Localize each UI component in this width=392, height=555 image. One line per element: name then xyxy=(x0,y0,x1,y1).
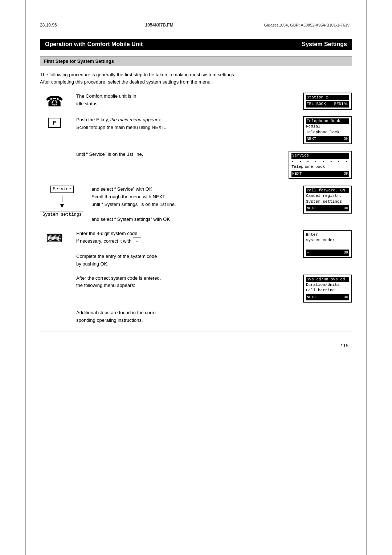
step-fkey: F Push the F-key, the main menu appears:… xyxy=(40,116,352,145)
service-select-labels: Service | ▼ System settings xyxy=(40,186,84,218)
screen-fkey-highlight: Telephone Book xyxy=(306,118,349,124)
step-additional-desc: Additional steps are found in the corre-… xyxy=(76,309,292,324)
step-service-scroll-icon xyxy=(40,151,69,152)
screen-service-dashes: - - - - - - - - xyxy=(291,159,349,164)
header-date: 28.10.96 xyxy=(40,23,57,28)
service-select-desc2: Scroll through the menu with NEXT ... xyxy=(91,194,170,199)
screen-fkey: Telephone Book Redial Telephone lock NEX… xyxy=(303,116,352,145)
additional-desc2: sponding operating instructions. xyxy=(76,317,143,323)
phone-idle-icon: ☎ xyxy=(40,93,69,109)
step-idle-desc: The Comfort mobile unit is in idle statu… xyxy=(76,93,292,108)
screen-correct-code: Sys cd/Mn sys cd Duration/Units Call bar… xyxy=(303,275,352,303)
screen-idle-highlight: Station 2 xyxy=(306,95,349,100)
system-settings-label-box: System settings xyxy=(40,211,84,218)
intro-text: The following procedure is generally the… xyxy=(40,71,352,85)
screen-system-code-line1: Enter xyxy=(306,232,349,238)
header-product-info: Gigaset 1054, GBR: A30852-X954-B101-1-76… xyxy=(262,22,352,28)
screen-correct-code-line1: Duration/Units xyxy=(306,282,349,288)
title-bar: Operation with Comfort Mobile Unit Syste… xyxy=(40,39,352,50)
title-left: Operation with Comfort Mobile Unit xyxy=(45,41,143,48)
screen-service-scroll: Service - - - - - - - - Telephone book N… xyxy=(289,151,352,179)
step-correct-code-screen: Sys cd/Mn sys cd Duration/Units Call bar… xyxy=(299,275,352,303)
system-code-desc2: if necessary, correct it with xyxy=(76,238,131,244)
step-idle-screen: Station 2 TEL.BOOK REDIAL xyxy=(299,93,352,110)
arrow-down-icon: | ▼ xyxy=(59,195,65,209)
screen-service-scroll-left: NEXT xyxy=(292,171,302,177)
backspace-key: ← xyxy=(133,238,141,246)
step-additional: Additional steps are found in the corre-… xyxy=(40,309,352,324)
screen-system-code-bottom: ← OK xyxy=(306,250,349,256)
service-label-box: Service xyxy=(50,186,74,193)
keypad-icon: ⌨ xyxy=(40,230,69,245)
header-filename: 1054K07B.FM xyxy=(145,23,173,28)
fkey-desc-line2: Scroll through the main menu using NEXT.… xyxy=(76,125,168,130)
screen-fkey-right: OK xyxy=(344,136,348,142)
screen-service-select-line1: Cancel registr. xyxy=(306,193,349,199)
system-code-desc3: . xyxy=(142,238,144,244)
screen-fkey-bottom: NEXT OK xyxy=(306,136,349,142)
screen-correct-code-bottom: NEXT OK xyxy=(306,294,349,300)
intro-line1: The following procedure is generally the… xyxy=(40,72,235,77)
screen-idle-left: TEL.BOOK xyxy=(307,101,326,107)
correct-code-icon xyxy=(40,275,69,276)
step-service-scroll-screen: Service - - - - - - - - Telephone book N… xyxy=(289,151,352,179)
step-idle: ☎ The Comfort mobile unit is in idle sta… xyxy=(40,93,352,110)
bottom-rule xyxy=(40,332,352,332)
additional-icon xyxy=(40,309,69,311)
section-header: First Steps for System Settings xyxy=(40,56,352,66)
step-service-select-screen: Call forward. ON Cancel registr. System … xyxy=(299,186,352,214)
screen-system-code-left: ← xyxy=(307,250,309,255)
screen-service-scroll-highlight: Service xyxy=(291,153,349,158)
idle-desc-line2: idle status. xyxy=(76,101,99,106)
screen-system-code-line2: system code: xyxy=(306,238,349,243)
idle-desc-line1: The Comfort mobile unit is in xyxy=(76,93,136,99)
step-correct-code: After the correct system code is entered… xyxy=(40,275,352,303)
screen-service-select-highlight: Call forward. ON xyxy=(306,188,349,193)
service-select-desc3: until “ System settings” is on the 1st l… xyxy=(91,202,176,207)
step-service-select: Service | ▼ System settings and select “… xyxy=(40,186,352,223)
correct-code-desc2: the following menu appears: xyxy=(76,283,135,288)
screen-service-select-bottom: NEXT OK xyxy=(306,205,349,211)
fkey-box: F xyxy=(48,118,61,128)
page-header: 28.10.96 1054K07B.FM Gigaset 1054, GBR: … xyxy=(40,22,352,33)
screen-idle: Station 2 TEL.BOOK REDIAL xyxy=(303,93,352,110)
screen-idle-right: REDIAL xyxy=(334,101,348,107)
title-right: System Settings xyxy=(302,41,347,48)
step-service-select-desc: and select “ Service” with OK. Scroll th… xyxy=(91,186,292,223)
fkey-desc-italic: the main menu appears: xyxy=(110,117,161,122)
screen-correct-code-line2: Call barring xyxy=(306,288,349,293)
step-fkey-desc: Push the F-key, the main menu appears: S… xyxy=(76,116,292,131)
screen-correct-code-right: OK xyxy=(344,295,348,300)
step-system-code-desc: Enter the 4-digit system code if necessa… xyxy=(76,230,292,268)
screen-fkey-line1: Redial xyxy=(306,124,349,129)
step-system-code-screen: Enter system code: - - - - ← OK xyxy=(299,230,352,258)
service-select-desc1: and select “ Service” with OK. xyxy=(91,186,154,192)
step-system-code: ⌨ Enter the 4-digit system code if neces… xyxy=(40,230,352,268)
screen-correct-code-left: NEXT xyxy=(307,295,316,300)
screen-idle-bottom: TEL.BOOK REDIAL xyxy=(306,101,349,107)
screen-fkey-line2: Telephone lock xyxy=(306,130,349,135)
page-number: 115 xyxy=(40,343,352,348)
screen-service-select-right: OK xyxy=(344,206,348,211)
screen-system-code-dashes: - - - - xyxy=(306,243,349,249)
step-service-scroll: until “ Service” is on the 1st line, Ser… xyxy=(40,151,352,179)
step-service-scroll-desc: until “ Service” is on the 1st line, xyxy=(76,151,281,158)
intro-line2: After completing this procedure, select … xyxy=(40,79,212,85)
screen-service-line1: Telephone book xyxy=(291,164,349,170)
screen-service-select-line2: System settings xyxy=(306,199,349,204)
fkey-icon: F xyxy=(40,116,69,128)
step-fkey-screen: Telephone Book Redial Telephone lock NEX… xyxy=(299,116,352,145)
service-select-desc4: and select “ System settings” with OK . xyxy=(91,216,172,222)
step-correct-code-desc: After the correct system code is entered… xyxy=(76,275,292,290)
screen-system-code: Enter system code: - - - - ← OK xyxy=(303,230,352,258)
screen-service-select: Call forward. ON Cancel registr. System … xyxy=(303,186,352,214)
system-code-desc5: by pushing OK. xyxy=(76,261,109,267)
screen-system-code-right: OK xyxy=(344,250,348,255)
screen-service-scroll-bottom: NEXT OK xyxy=(291,171,349,177)
screen-service-select-left: NEXT xyxy=(307,206,316,211)
system-code-desc1: Enter the 4-digit system code xyxy=(76,231,137,236)
correct-code-desc1: After the correct system code is entered… xyxy=(76,275,161,281)
screen-service-scroll-right: OK xyxy=(344,171,348,177)
service-scroll-desc: until “ Service” is on the 1st line, xyxy=(76,151,143,157)
screen-fkey-left: NEXT xyxy=(307,136,316,142)
